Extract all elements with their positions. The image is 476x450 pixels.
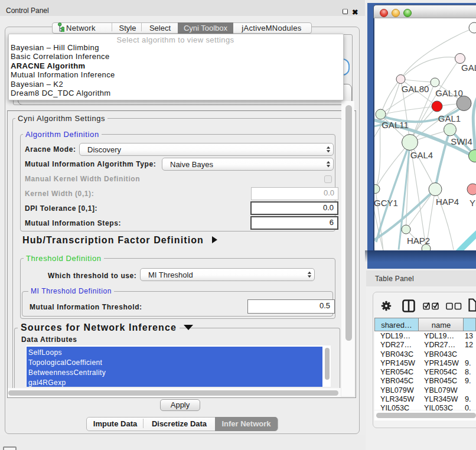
svg-text:GAL10: GAL10	[435, 88, 463, 98]
svg-text:GAL1: GAL1	[438, 113, 461, 123]
svg-text:YMR: YMR	[470, 198, 476, 208]
svg-text:GAL80: GAL80	[402, 84, 429, 94]
svg-text:GAL2: GAL2	[461, 63, 476, 73]
svg-text:HAP2: HAP2	[407, 236, 430, 246]
svg-text:GAL11: GAL11	[382, 120, 409, 130]
svg-text:GCY1: GCY1	[374, 198, 398, 208]
svg-text:HAP4: HAP4	[436, 197, 459, 207]
svg-text:SWI4: SWI4	[451, 136, 472, 146]
svg-text:GAL4: GAL4	[410, 150, 433, 160]
